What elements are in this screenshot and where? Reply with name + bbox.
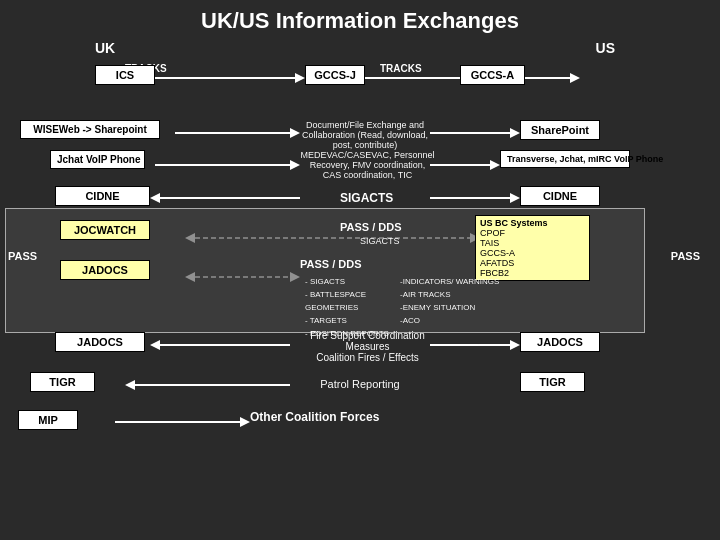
- svg-marker-4: [295, 73, 305, 83]
- jadocs-pass-box: JADOCS: [60, 260, 150, 280]
- ics-box: ICS: [95, 65, 155, 85]
- svg-marker-31: [510, 340, 520, 350]
- battlespace-item: - BATTLESPACE: [305, 288, 389, 301]
- targets-item: - TARGETS: [305, 314, 389, 327]
- pass-dds-1-label: PASS / DDS: [340, 221, 402, 233]
- svg-marker-29: [150, 340, 160, 350]
- jadocs-fire-box: JADOCS: [55, 332, 145, 352]
- us-bc-title: US BC Systems: [480, 218, 585, 228]
- transverse-box: Transverse, Jchat, mIRC VoIP Phone: [500, 150, 630, 168]
- indicators-item: -INDICATORS/ WARNINGS: [400, 275, 499, 288]
- enemy-item: -ENEMY SITUATION: [400, 301, 499, 314]
- aco-item: -ACO: [400, 314, 499, 327]
- us-label: US: [596, 40, 615, 56]
- svg-marker-19: [150, 193, 160, 203]
- fire-support-label: Fire Support Coordination Measures Coali…: [300, 330, 435, 363]
- cpof-label: CPOF: [480, 228, 585, 238]
- medevac-label: MEDEVAC/CASEVAC, Personnel Recovery, FMV…: [300, 150, 435, 180]
- mip-box: MIP: [18, 410, 78, 430]
- geometries-item: GEOMETRIES: [305, 301, 389, 314]
- doc-exchange-label: Document/File Exchange and Collaboration…: [300, 120, 430, 150]
- pass-label-right: PASS: [671, 250, 700, 262]
- cidne-right-box: CIDNE: [520, 186, 600, 206]
- svg-marker-17: [490, 160, 500, 170]
- jadocs-items-right: -INDICATORS/ WARNINGS -AIR TRACKS -ENEMY…: [400, 275, 499, 327]
- wiseweb-box: WISEWeb -> Sharepoint: [20, 120, 160, 139]
- gccs-j-box: GCCS-J: [305, 65, 365, 85]
- pass-label-left: PASS: [8, 250, 37, 262]
- sharepoint-box: SharePoint: [520, 120, 600, 140]
- cidne-left-box: CIDNE: [55, 186, 150, 206]
- jocwatch-box: JOCWATCH: [60, 220, 150, 240]
- pass-dds-2-label: PASS / DDS: [300, 258, 362, 270]
- afatds-label: AFATDS: [480, 258, 585, 268]
- jadocs-fire-right-box: JADOCS: [520, 332, 600, 352]
- tigr-left-box: TIGR: [30, 372, 95, 392]
- svg-marker-9: [570, 73, 580, 83]
- air-tracks-item: -AIR TRACKS: [400, 288, 499, 301]
- gccs-a-label: GCCS-A: [480, 248, 585, 258]
- uk-label: UK: [95, 40, 115, 56]
- page-title: UK/US Information Exchanges: [0, 0, 720, 34]
- svg-marker-11: [290, 128, 300, 138]
- svg-marker-13: [510, 128, 520, 138]
- svg-marker-33: [125, 380, 135, 390]
- us-bc-box: US BC Systems CPOF TAIS GCCS-A AFATDS FB…: [475, 215, 590, 281]
- tigr-right-box: TIGR: [520, 372, 585, 392]
- svg-marker-15: [290, 160, 300, 170]
- gccs-a-box: GCCS-A: [460, 65, 525, 85]
- other-coalition-label: Other Coalition Forces: [250, 410, 400, 424]
- svg-marker-21: [510, 193, 520, 203]
- page: UK/US Information Exchanges TRACKS TRACK…: [0, 0, 720, 540]
- svg-marker-35: [240, 417, 250, 427]
- sigacts-sub-label: SIGACTS: [360, 236, 400, 246]
- sigacts-item: - SIGACTS: [305, 275, 389, 288]
- tais-label: TAIS: [480, 238, 585, 248]
- jchat-box: Jchat VoIP Phone: [50, 150, 145, 169]
- svg-text:TRACKS: TRACKS: [380, 63, 422, 74]
- patrol-label: Patrol Reporting: [300, 378, 420, 390]
- sigacts-label: SIGACTS: [340, 191, 393, 205]
